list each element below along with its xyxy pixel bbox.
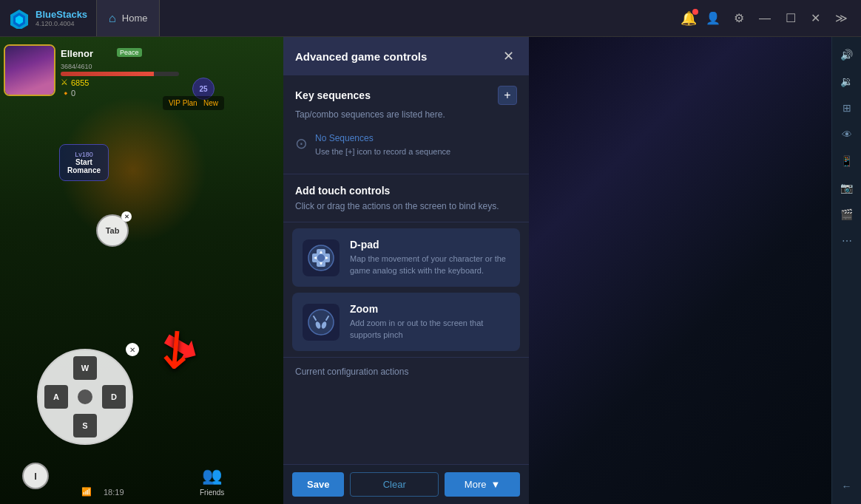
romance-button[interactable]: Lv180 StartRomance — [59, 144, 109, 181]
silver-display: 🔸0 — [61, 89, 75, 98]
game-left-content: Ellenor Peace 3684/4610 ⚔ 6855 🔸0 25 — [0, 37, 283, 504]
sidebar-back-btn[interactable]: ← — [835, 474, 859, 498]
zoom-card[interactable]: Zoom Add zoom in or out to the screen th… — [292, 293, 520, 351]
game-right-bg: Fishing Village 🗓Server Launch Event 🏪Ma… — [529, 0, 861, 504]
svg-point-13 — [308, 310, 334, 335]
top-bar: BlueStacks 4.120.0.4004 ⌂ Home 🔔 👤 ⚙ — ☐… — [0, 0, 861, 37]
tab-key[interactable]: ✕ Tab — [96, 214, 129, 247]
notification-dot — [692, 9, 698, 15]
hp-container: 3684/4610 — [61, 63, 179, 76]
dpad-card[interactable]: D-pad Map the movement of your character… — [292, 228, 520, 287]
hp-fill — [61, 72, 154, 76]
modal-footer: Save Clear More ▼ — [283, 464, 529, 504]
more-chevron-icon: ▼ — [490, 479, 500, 490]
settings-button[interactable]: ⚙ — [729, 8, 749, 28]
current-config-section: Current configuration actions — [283, 357, 529, 390]
wifi-icon: 📶 — [81, 487, 92, 497]
modal-body: Key sequences + Tap/combo sequences are … — [283, 75, 529, 464]
zoom-card-text: Zoom Add zoom in or out to the screen th… — [350, 303, 510, 341]
key-sequences-section: Key sequences + Tap/combo sequences are … — [283, 75, 529, 174]
modal-title: Advanced game controls — [295, 50, 427, 63]
character-area: Ellenor Peace 3684/4610 ⚔ 6855 🔸0 25 — [0, 37, 283, 504]
hp-text: 3684/4610 — [61, 63, 179, 70]
add-sequence-button[interactable]: + — [498, 86, 517, 105]
current-config-title: Current configuration actions — [295, 367, 517, 377]
add-touch-desc: Click or drag the actions on the screen … — [295, 201, 517, 211]
dpad-key-right[interactable]: D — [102, 385, 126, 409]
sidebar-camera-btn[interactable]: 📷 — [835, 176, 859, 200]
expand-button[interactable]: ≫ — [831, 8, 852, 28]
zoom-card-title: Zoom — [350, 303, 510, 315]
character-name: Ellenor — [61, 48, 93, 59]
bluestacks-icon — [9, 8, 30, 29]
right-sidebar: 🔊 🔉 ⊞ 👁 📱 📷 🎬 ⋯ ← — [831, 37, 861, 504]
hp-bar — [61, 72, 179, 76]
no-sequences-icon: ⊙ — [295, 134, 308, 152]
dpad-key-down[interactable]: S — [73, 414, 97, 437]
time-display: 18:19 — [104, 488, 124, 497]
dpad-center — [78, 389, 92, 404]
no-sequences-title: No Sequences — [315, 133, 517, 143]
zoom-icon — [308, 309, 334, 336]
vip-area: VIP Plan New — [163, 96, 224, 110]
home-tab[interactable]: ⌂ Home — [96, 0, 160, 36]
character-portrait — [4, 44, 55, 96]
dpad-key-up[interactable]: W — [73, 356, 97, 380]
add-touch-section: Add touch controls Click or drag the act… — [283, 174, 529, 222]
i-key[interactable]: I — [22, 463, 49, 489]
section-header: Key sequences + — [295, 86, 517, 105]
sidebar-mobile-btn[interactable]: 📱 — [835, 149, 859, 173]
dpad-card-desc: Map the movement of your character or th… — [350, 253, 510, 276]
add-touch-title: Add touch controls — [295, 185, 517, 197]
sidebar-more-btn[interactable]: ⋯ — [835, 229, 859, 253]
zoom-card-icon — [303, 304, 340, 341]
sidebar-record-btn[interactable]: 🎬 — [835, 202, 859, 226]
home-tab-label: Home — [122, 13, 148, 24]
advanced-controls-modal: Advanced game controls ✕ Key sequences +… — [283, 37, 529, 504]
modal-close-button[interactable]: ✕ — [499, 47, 517, 65]
no-sequences: ⊙ No Sequences Use the [+] icon to recor… — [295, 127, 517, 163]
sidebar-grid-btn[interactable]: ⊞ — [835, 96, 859, 120]
save-button[interactable]: Save — [292, 472, 344, 497]
minimize-button[interactable]: — — [754, 9, 775, 28]
app-logo: BlueStacks 4.120.0.4004 — [0, 8, 96, 29]
profile-button[interactable]: 👤 — [701, 8, 725, 28]
friends-icon[interactable]: 👥 Friends — [200, 466, 224, 497]
game-left-bg: Ellenor Peace 3684/4610 ⚔ 6855 🔸0 25 — [0, 0, 283, 504]
sidebar-eye-btn[interactable]: 👁 — [835, 123, 859, 146]
dpad-key-left[interactable]: A — [44, 385, 68, 409]
peace-badge: Peace — [117, 48, 142, 57]
dpad[interactable]: W S A D ✕ — [37, 349, 133, 445]
app-name: BlueStacks — [36, 9, 87, 20]
close-button[interactable]: ✕ — [806, 8, 825, 28]
dpad-card-icon — [303, 239, 340, 276]
tab-close[interactable]: ✕ — [121, 211, 132, 222]
svg-point-8 — [317, 254, 325, 262]
no-sequences-desc: Use the [+] icon to record a sequence — [315, 146, 517, 157]
sidebar-volume-btn[interactable]: 🔊 — [835, 43, 859, 67]
dpad-card-title: D-pad — [350, 239, 510, 251]
zoom-card-desc: Add zoom in or out to the screen that su… — [350, 318, 510, 341]
key-sequences-title: Key sequences — [295, 89, 371, 101]
notification-button[interactable]: 🔔 — [681, 10, 697, 27]
no-sequences-text: No Sequences Use the [+] icon to record … — [315, 133, 517, 157]
sidebar-volume-down-btn[interactable]: 🔉 — [835, 69, 859, 93]
dpad-container[interactable]: W S A D ✕ — [37, 349, 133, 445]
key-sequences-desc: Tap/combo sequences are listed here. — [295, 109, 517, 120]
clear-button[interactable]: Clear — [350, 472, 439, 497]
logo-text: BlueStacks 4.120.0.4004 — [36, 9, 87, 27]
home-icon: ⌂ — [109, 12, 116, 25]
app-version: 4.120.0.4004 — [36, 20, 87, 27]
gold-display: ⚔ 6855 — [61, 78, 89, 87]
more-button[interactable]: More ▼ — [445, 472, 520, 497]
close-dpad[interactable]: ✕ — [126, 343, 139, 356]
window-controls: 🔔 👤 ⚙ — ☐ ✕ ≫ — [681, 8, 861, 28]
dpad-icon — [308, 245, 334, 271]
modal-header: Advanced game controls ✕ — [283, 37, 529, 75]
dpad-card-text: D-pad Map the movement of your character… — [350, 239, 510, 276]
maximize-button[interactable]: ☐ — [781, 8, 800, 28]
notification-area: 🔔 👤 ⚙ — [681, 8, 749, 28]
